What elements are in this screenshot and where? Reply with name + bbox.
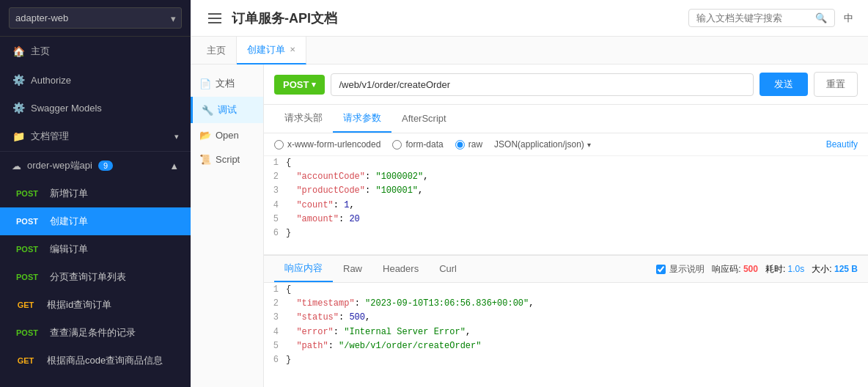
lang-badge[interactable]: 中 — [844, 12, 853, 25]
send-button[interactable]: 发送 — [760, 73, 808, 96]
top-bar-left: 订单服务-API文档 — [205, 10, 337, 27]
api-item-6[interactable]: GET 根据商品code查询商品信息 — [0, 347, 191, 375]
right-panel: POST ▾ 发送 重置 请求头部 请求参数 AfterScript — [264, 64, 868, 387]
method-label: POST — [283, 79, 309, 90]
resp-line-5: 5 "path": "/web/v1/order/createOrder" — [264, 339, 868, 353]
show-desc-label[interactable]: 显示说明 — [656, 263, 705, 276]
tab-home-label: 主页 — [207, 44, 226, 57]
resp-line-3: 3 "status": 500, — [264, 311, 868, 325]
left-panel: 📄 文档 🔧 调试 📂 Open 📜 Script — [191, 64, 264, 387]
search-input[interactable] — [696, 12, 811, 23]
tab-close-icon[interactable]: ✕ — [290, 45, 295, 54]
api-label-4: 根据id查询订单 — [47, 298, 111, 312]
method-badge-6: GET — [12, 355, 40, 366]
url-input[interactable] — [331, 73, 754, 96]
search-box[interactable]: 🔍 — [688, 9, 835, 27]
sidebar-nav: 🏠 主页 ⚙️ Authorize ⚙️ Swagger Models 📁 文档… — [0, 37, 191, 151]
left-panel-open[interactable]: 📂 Open — [191, 123, 263, 147]
api-item-2[interactable]: POST 编辑订单 — [0, 235, 191, 263]
tab-create-order[interactable]: 创建订单 ✕ — [237, 37, 306, 64]
doc-icon: 📁 — [12, 130, 25, 142]
group-expand-icon: ▲ — [169, 161, 179, 172]
left-panel-doc[interactable]: 📄 文档 — [191, 70, 263, 97]
response-status: 响应码: 500 — [712, 263, 758, 276]
radio-formdata[interactable]: form-data — [392, 139, 443, 150]
req-tab-afterscript[interactable]: AfterScript — [391, 106, 457, 132]
response-tabs-bar: 响应内容 Raw Headers Curl 显示说明 响应码: 500 — [264, 256, 868, 283]
script-panel-icon: 📜 — [199, 154, 211, 165]
api-item-3[interactable]: POST 分页查询订单列表 — [0, 263, 191, 291]
api-item-4[interactable]: GET 根据id查询订单 — [0, 291, 191, 319]
sidebar-item-authorize[interactable]: ⚙️ Authorize — [0, 66, 191, 94]
resp-tab-content[interactable]: 响应内容 — [274, 256, 333, 282]
resp-tab-curl[interactable]: Curl — [429, 257, 467, 281]
req-tab-params[interactable]: 请求参数 — [333, 105, 391, 133]
size-value: 125 B — [834, 264, 858, 274]
json-format-label: JSON(application/json) — [494, 139, 584, 150]
response-meta: 显示说明 响应码: 500 耗时: 1.0s 大小: — [656, 263, 858, 276]
sidebar-item-label-home: 主页 — [31, 45, 50, 58]
sidebar-header: adapter-web — [0, 0, 191, 37]
method-badge-5: POST — [12, 327, 43, 339]
radio-urlencoded[interactable]: x-www-form-urlencoded — [274, 139, 380, 150]
radio-raw[interactable]: raw — [455, 139, 482, 150]
method-selector[interactable]: POST ▾ — [274, 75, 325, 95]
open-panel-icon: 📂 — [199, 130, 211, 141]
sidebar-item-doc-manage[interactable]: 📁 文档管理 ▾ — [0, 122, 191, 151]
tab-bar: 主页 创建订单 ✕ — [191, 37, 868, 64]
home-icon: 🏠 — [12, 45, 25, 57]
raw-label: raw — [468, 139, 482, 150]
resp-line-2: 2 "timestamp": "2023-09-10T13:06:56.836+… — [264, 297, 868, 311]
json-format-arrow: ▾ — [587, 141, 591, 149]
beautify-button[interactable]: Beautify — [826, 139, 858, 150]
sidebar-item-label-swagger: Swagger Models — [31, 103, 102, 114]
method-badge-1: POST — [12, 215, 43, 227]
debug-panel-icon: 🔧 — [202, 105, 213, 116]
response-size: 大小: 125 B — [812, 263, 858, 276]
api-group-name: order-wep端api — [27, 159, 92, 172]
method-badge-2: POST — [12, 243, 43, 255]
request-code-area: 1 { 2 "accountCode": "1000002", 3 "produ… — [264, 156, 868, 240]
request-tabs: 请求头部 请求参数 AfterScript — [264, 105, 868, 133]
left-panel-debug[interactable]: 🔧 调试 — [191, 97, 263, 123]
req-line-1: 1 { — [264, 156, 868, 170]
reset-button[interactable]: 重置 — [814, 72, 858, 97]
api-item-1[interactable]: POST 创建订单 — [0, 207, 191, 235]
sidebar-item-swagger[interactable]: ⚙️ Swagger Models — [0, 94, 191, 122]
response-time: 耗时: 1.0s — [765, 263, 804, 276]
page-title: 订单服务-API文档 — [232, 10, 337, 27]
time-value: 1.0s — [788, 264, 805, 274]
api-item-0[interactable]: POST 新增订单 — [0, 180, 191, 207]
sidebar: adapter-web 🏠 主页 ⚙️ Authorize ⚙️ Swagger… — [0, 0, 191, 387]
req-line-4: 4 "count": 1, — [264, 199, 868, 213]
api-item-5[interactable]: POST 查查满足条件的记录 — [0, 319, 191, 347]
json-format-selector[interactable]: JSON(application/json) ▾ — [494, 139, 591, 150]
hamburger-icon[interactable] — [205, 10, 224, 26]
api-label-3: 分页查询订单列表 — [50, 270, 126, 284]
main-panel: 订单服务-API文档 🔍 中 主页 创建订单 ✕ 📄 文档 🔧 — [191, 0, 868, 387]
request-body-editor[interactable]: 1 { 2 "accountCode": "1000002", 3 "produ… — [264, 156, 868, 255]
sidebar-item-home[interactable]: 🏠 主页 — [0, 37, 191, 66]
req-line-6: 6 } — [264, 226, 868, 240]
api-label-0: 新增订单 — [50, 187, 88, 200]
sidebar-item-label-doc: 文档管理 — [31, 130, 69, 143]
sidebar-item-label-authorize: Authorize — [31, 75, 71, 86]
top-bar: 订单服务-API文档 🔍 中 — [191, 0, 868, 37]
left-panel-open-label: Open — [216, 130, 239, 141]
req-line-3: 3 "productCode": "100001", — [264, 184, 868, 198]
api-group-left: ☁ order-wep端api 9 — [12, 159, 113, 172]
show-desc-checkbox[interactable] — [656, 265, 666, 274]
req-tab-header[interactable]: 请求头部 — [274, 105, 333, 133]
resp-tab-headers[interactable]: Headers — [372, 257, 429, 281]
left-panel-script[interactable]: 📜 Script — [191, 147, 263, 172]
top-bar-right: 🔍 中 — [688, 9, 853, 27]
status-code: 500 — [743, 264, 758, 274]
project-selector[interactable]: adapter-web — [9, 7, 182, 29]
left-panel-debug-label: 调试 — [218, 103, 237, 117]
doc-panel-icon: 📄 — [199, 78, 211, 89]
search-icon: 🔍 — [815, 12, 827, 23]
resp-tab-raw[interactable]: Raw — [333, 257, 372, 281]
left-panel-doc-label: 文档 — [216, 77, 235, 90]
tab-home[interactable]: 主页 — [196, 37, 237, 64]
api-group-section[interactable]: ☁ order-wep端api 9 ▲ — [0, 151, 191, 180]
